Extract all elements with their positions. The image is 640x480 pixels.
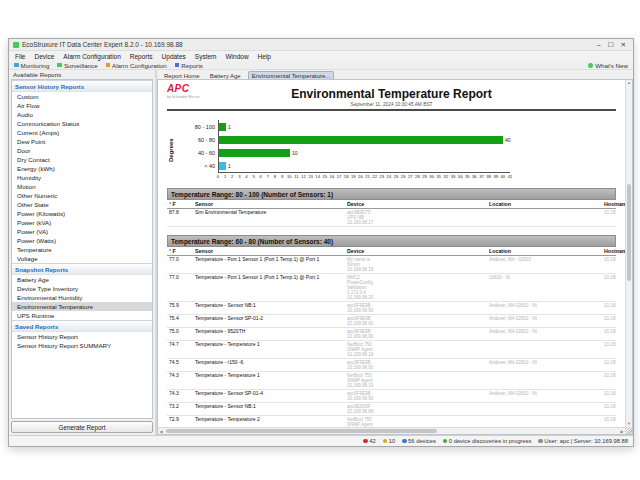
menu-file[interactable]: File xyxy=(15,53,25,60)
section-header-sensor-history-reports[interactable]: Sensor History Reports xyxy=(12,80,152,92)
menu-window[interactable]: Window xyxy=(225,53,248,60)
menu-reports[interactable]: Reports xyxy=(130,53,153,60)
report-header: APC by Schneider Electric Environmental … xyxy=(167,84,616,113)
sidebar-item-door[interactable]: Door xyxy=(12,146,152,155)
table-header-row: ° FSensorDeviceLocationHostname xyxy=(167,200,616,209)
sidebar-item-power-kilowatts[interactable]: Power (Kilowatts) xyxy=(12,209,152,218)
sidebar-item-power-watts[interactable]: Power (Watts) xyxy=(12,236,152,245)
chart-track: 1 xyxy=(218,120,510,133)
horizontal-scroll-thumb[interactable] xyxy=(166,429,437,433)
content-area: Available Reports Sensor History Reports… xyxy=(9,70,633,435)
perspective-bar: MonitoringSurveillanceAlarm Configuratio… xyxy=(9,61,633,70)
sidebar-item-power-va[interactable]: Power (VA) xyxy=(12,227,152,236)
menu-help[interactable]: Help xyxy=(258,53,271,60)
report-tables: Temperature Range: 80 - 100 (Number of S… xyxy=(167,188,616,427)
x-axis-tick-label: 17 xyxy=(337,174,342,179)
x-axis-tick-label: 35 xyxy=(465,174,470,179)
x-axis-tick-label: 20 xyxy=(358,174,363,179)
warning-alarm-icon xyxy=(383,439,388,444)
x-axis-tick-label: 0 xyxy=(217,174,219,179)
table-row: 75.9Temperature - Sensor NB:1apc9F9E9B 1… xyxy=(167,302,616,315)
table-row: 77.0Temperature - Port 1 Sensor 1 (Port … xyxy=(167,256,616,274)
apc-logo-tagline: by Schneider Electric xyxy=(167,93,200,101)
generate-report-button[interactable]: Generate Report xyxy=(11,421,153,433)
sidebar-item-air-flow[interactable]: Air Flow xyxy=(12,101,152,110)
close-icon[interactable]: ✕ xyxy=(621,40,626,50)
sidebar-item-sensor-history-report-summary[interactable]: Sensor History Report SUMMARY xyxy=(12,341,152,350)
cell-hostname: 10.169.98.199 xyxy=(602,341,616,359)
sidebar-item-current-amps[interactable]: Current (Amps) xyxy=(12,128,152,137)
status-user-apc-server-10-169-98-88: User: apc | Server: 10.169.98.88 xyxy=(538,438,628,444)
scroll-up-icon[interactable]: ▲ xyxy=(626,80,632,86)
sidebar-item-temperature[interactable]: Temperature xyxy=(12,245,152,254)
sidebar-item-sensor-history-report[interactable]: Sensor History Report xyxy=(12,332,152,341)
sidebar-item-humidity[interactable]: Humidity xyxy=(12,173,152,182)
status-text: 42 xyxy=(369,438,375,444)
cell-hostname: 10.169.98.90 xyxy=(602,328,616,341)
sidebar-item-voltage[interactable]: Voltage xyxy=(12,254,152,263)
user-icon xyxy=(538,439,543,444)
sidebar-item-energy-kwh[interactable]: Energy (kWh) xyxy=(12,164,152,173)
section-title: Temperature Range: 60 - 80 (Number of Se… xyxy=(167,235,616,247)
menu-device[interactable]: Device xyxy=(34,53,54,60)
sidebar-item-environmental-temperature[interactable]: Environmental Temperature xyxy=(12,302,152,311)
table-row: 74.5Temperature - r150 -6apc9F9E9B 10.16… xyxy=(167,359,616,372)
panel-title: Available Reports xyxy=(11,70,153,79)
sidebar-item-audio[interactable]: Audio xyxy=(12,110,152,119)
vertical-scroll-thumb[interactable] xyxy=(627,184,631,281)
sidebar-item-other-state[interactable]: Other State xyxy=(12,200,152,209)
tab-report-home[interactable]: Report Home xyxy=(161,72,203,79)
menu-updates[interactable]: Updates xyxy=(162,53,186,60)
apc-logo-brand: APC xyxy=(167,85,200,93)
sidebar-item-power-kva[interactable]: Power (kVA) xyxy=(12,218,152,227)
chart-bar-row: 40 - 6010 xyxy=(178,146,616,159)
sidebar-item-dry-contact[interactable]: Dry Contact xyxy=(12,155,152,164)
cell-temperature: 74.3 xyxy=(167,372,193,390)
table-row: 73.2Temperature - Sensor NB:1apc9E9D6F 1… xyxy=(167,403,616,416)
sidebar-item-ups-runtime[interactable]: UPS Runtime xyxy=(12,311,152,320)
maximize-icon[interactable]: ☐ xyxy=(608,40,614,50)
horizontal-scrollbar[interactable]: ◀ ▶ xyxy=(158,427,625,434)
chart-bar-row: < 401 xyxy=(178,159,616,172)
sidebar-item-battery-age[interactable]: Battery Age xyxy=(12,275,152,284)
apc-logo: APC by Schneider Electric xyxy=(167,85,200,101)
cell-location: Andover, MA 02810 - IN xyxy=(487,359,602,372)
tab-environmental-temperature[interactable]: Environmental Temperature... xyxy=(248,71,335,79)
column-header-sensor: Sensor xyxy=(193,247,345,256)
sidebar-item-motion[interactable]: Motion xyxy=(12,182,152,191)
x-axis-tick-label: 41 xyxy=(508,174,513,179)
chart-value-label: 1 xyxy=(228,124,231,130)
tab-battery-age[interactable]: Battery Age xyxy=(207,72,244,79)
sidebar-item-communication-status[interactable]: Communication Status xyxy=(12,119,152,128)
whats-new-link[interactable]: What's New xyxy=(588,62,628,69)
x-axis-tick-label: 28 xyxy=(415,174,420,179)
sidebar-item-device-type-inventory[interactable]: Device Type Inventory xyxy=(12,284,152,293)
x-axis-tick-label: 15 xyxy=(322,174,327,179)
sidebar-item-other-numeric[interactable]: Other Numeric xyxy=(12,191,152,200)
cell-hostname: 10.169.98.173 xyxy=(602,209,616,227)
scroll-left-icon[interactable]: ◀ xyxy=(158,428,164,434)
cell-location: Andover, MA 02810 - IN xyxy=(487,315,602,328)
cell-device: apc9F9E9B 10.169.98.90 xyxy=(345,390,487,403)
perspective-monitoring[interactable]: Monitoring xyxy=(14,62,49,69)
menu-system[interactable]: System xyxy=(195,53,217,60)
alarm-configuration-icon xyxy=(106,63,111,68)
perspective-items: MonitoringSurveillanceAlarm Configuratio… xyxy=(14,62,203,69)
status-0-device-discoveries-in-prog: 0 device discoveries in progress xyxy=(443,438,531,444)
perspective-alarm-configuration[interactable]: Alarm Configuration xyxy=(106,62,167,69)
resize-grip[interactable] xyxy=(625,427,632,434)
table-row: 87.8Sim Environmental Temperatureapc9B9D… xyxy=(167,209,616,227)
perspective-reports[interactable]: Reports xyxy=(175,62,203,69)
minimize-icon[interactable]: – xyxy=(597,40,601,50)
table-row: 75.0Temperature - 9520THapc9F9E9B 10.169… xyxy=(167,328,616,341)
vertical-scrollbar[interactable]: ▲ ▼ xyxy=(625,80,632,427)
sidebar-item-dew-point[interactable]: Dew Point xyxy=(12,137,152,146)
section-header-snapshot-reports[interactable]: Snapshot Reports xyxy=(12,263,152,275)
perspective-surveillance[interactable]: Surveillance xyxy=(57,62,97,69)
section-header-saved-reports[interactable]: Saved Reports xyxy=(12,320,152,332)
menu-alarm-configuration[interactable]: Alarm Configuration xyxy=(63,53,120,60)
sidebar-item-custom[interactable]: Custom xyxy=(12,92,152,101)
report-tab-bar: Report HomeBattery AgeEnvironmental Temp… xyxy=(157,70,633,79)
sidebar-item-environmental-humidity[interactable]: Environmental Humidity xyxy=(12,293,152,302)
cell-device: apc9F9E9B 10.169.98.90 xyxy=(345,302,487,315)
